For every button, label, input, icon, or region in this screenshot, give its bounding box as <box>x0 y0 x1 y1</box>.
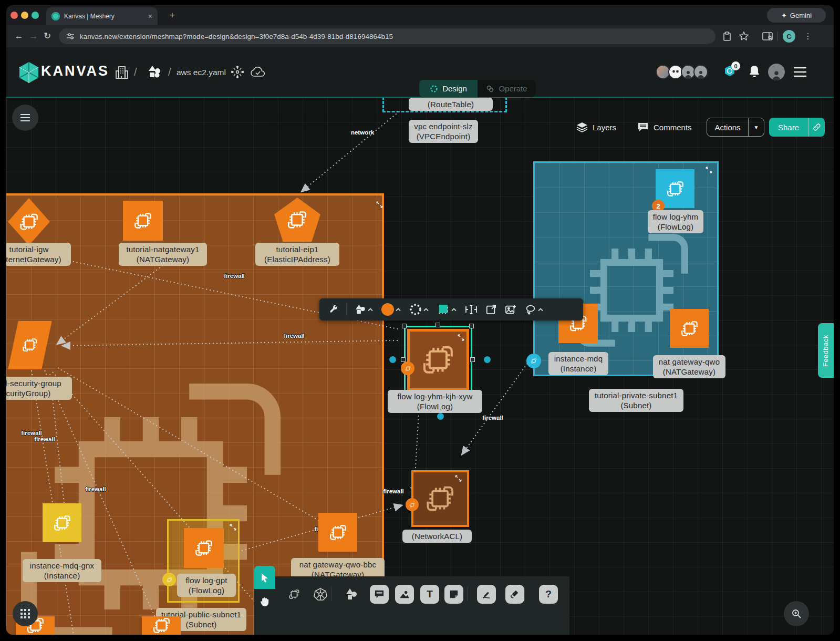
tool-freehand-draw[interactable] <box>505 585 524 604</box>
edge-firewall-5[interactable] <box>45 370 163 635</box>
browser-tab[interactable]: Kanvas | Meshery × <box>46 7 158 25</box>
tool-kubernetes[interactable] <box>311 585 330 604</box>
share-button[interactable]: Share <box>769 118 808 137</box>
tab-operate[interactable]: Operate <box>478 80 536 97</box>
organization-icon[interactable] <box>115 65 129 79</box>
profile-avatar[interactable]: C <box>783 30 795 43</box>
design-canvas[interactable]: network firewall firewall firewall firew… <box>6 98 834 635</box>
selection-handle-e[interactable] <box>470 357 475 362</box>
flowlog-selected-collapse-icon[interactable] <box>457 334 465 342</box>
gemini-button[interactable]: ✦ Gemini <box>767 8 826 23</box>
tool-add-image[interactable] <box>502 304 519 315</box>
networkacl-collapse-icon[interactable] <box>454 474 462 482</box>
save-icon[interactable] <box>722 31 732 42</box>
tool-sticky-note[interactable] <box>444 585 463 604</box>
notifications-bell-icon[interactable] <box>748 65 761 79</box>
tool-text[interactable]: T <box>420 585 439 604</box>
tool-border-style[interactable] <box>407 303 431 316</box>
tool-shape-color[interactable] <box>434 303 459 316</box>
site-settings-icon[interactable] <box>66 32 75 40</box>
tool-group[interactable] <box>522 304 546 315</box>
tool-edge-pen[interactable] <box>477 585 496 604</box>
breadcrumb-file-name[interactable]: aws ec2.yaml <box>177 68 226 77</box>
edge-firewall-3[interactable] <box>58 265 163 344</box>
selection-handle-n[interactable] <box>435 323 440 327</box>
feedback-tab[interactable]: Feedback <box>818 323 834 378</box>
tool-open-source[interactable] <box>483 304 499 315</box>
traffic-zoom-button[interactable] <box>32 12 39 19</box>
flowlog-selected-badge[interactable] <box>401 361 414 375</box>
node-label-networkacl[interactable]: (NetworkACL) <box>402 530 472 543</box>
browser-menu-icon[interactable]: ⋮ <box>802 30 814 43</box>
node-label-eip1[interactable]: tutorial-eip1(ElasticIPAddress) <box>255 243 339 266</box>
meshery-extension-icon[interactable] <box>231 66 244 78</box>
lasso-icon <box>525 304 536 315</box>
flowlog-gpt-collapse-icon[interactable] <box>229 523 237 531</box>
node-label-natgateway1[interactable]: tutorial-natgateway1(NATGateway) <box>119 243 207 266</box>
node-label-instance-gnx[interactable]: instance-mdq-gnx(Instance) <box>23 559 101 582</box>
tab-design[interactable]: Design <box>419 80 478 97</box>
edge-firewall-4[interactable] <box>32 370 74 635</box>
tool-draw-shapes[interactable] <box>343 585 361 604</box>
tool-select[interactable] <box>254 566 275 589</box>
edge-firewall-2[interactable] <box>63 340 398 346</box>
instance-mdq-badge[interactable] <box>526 354 541 368</box>
url-bar[interactable]: kanvas.new/extension/meshmap?mode=design… <box>59 28 715 44</box>
node-natgateway1[interactable] <box>123 201 163 241</box>
networkacl-badge[interactable] <box>406 498 419 511</box>
actions-dropdown-button[interactable]: ▼ <box>748 118 764 136</box>
reload-button[interactable]: ↻ <box>41 30 54 43</box>
back-button[interactable]: ← <box>13 30 25 43</box>
node-natgateway-bbc[interactable] <box>318 513 357 552</box>
node-flowlog-gpt[interactable] <box>184 528 224 568</box>
node-instance-gnx[interactable] <box>43 503 81 542</box>
node-partial-bottom-2[interactable] <box>142 616 181 635</box>
user-avatar[interactable] <box>768 64 785 80</box>
node-label-private-subnet[interactable]: tutorial-private-subnet1(Subnet) <box>589 389 683 412</box>
flowlog-gpt-badge[interactable] <box>162 573 176 586</box>
tab-close-icon[interactable]: × <box>148 12 152 20</box>
canvas-menu-button[interactable] <box>12 105 38 131</box>
selection-handle-w[interactable] <box>401 357 406 362</box>
tool-components[interactable] <box>285 585 304 604</box>
bookmark-star-icon[interactable] <box>739 31 749 42</box>
designs-icon[interactable] <box>147 65 163 79</box>
selection-handle-nw[interactable] <box>402 324 407 328</box>
apps-grid-button[interactable] <box>13 601 38 626</box>
tool-configure[interactable] <box>326 305 341 315</box>
node-label-igw[interactable]: tutorial-igw(InternetGateway) <box>6 243 71 266</box>
selection-handle-ne[interactable] <box>469 324 474 328</box>
comments-button[interactable]: Comments <box>637 122 692 132</box>
share-link-button[interactable] <box>808 118 825 137</box>
traffic-minimize-button[interactable] <box>21 12 28 19</box>
zoom-button[interactable] <box>784 601 809 626</box>
node-label-natgateway-qwo[interactable]: nat gateway-qwo(NATGateway) <box>653 355 725 378</box>
node-natgateway-qwo[interactable] <box>670 309 709 348</box>
node-label-instance-mdq[interactable]: instance-mdq(Instance) <box>548 352 608 375</box>
tool-comment[interactable] <box>370 585 389 604</box>
tool-rename[interactable] <box>462 304 480 315</box>
edge-network[interactable] <box>302 111 399 191</box>
node-label-routetable[interactable]: (RouteTable) <box>409 98 493 111</box>
tool-fill-color[interactable] <box>379 303 403 316</box>
tool-pan[interactable] <box>254 590 275 612</box>
layers-button[interactable]: Layers <box>576 122 616 132</box>
forward-button[interactable]: → <box>27 30 40 43</box>
node-label-security-group[interactable]: tutorial-security-group(SecurityGroup) <box>6 377 72 400</box>
node-label-flowlog-yhm[interactable]: flow log-yhm(FlowLog) <box>648 210 703 233</box>
edge-firewall-7[interactable] <box>58 368 336 531</box>
traffic-close-button[interactable] <box>11 12 18 19</box>
tool-media[interactable] <box>395 585 414 604</box>
new-tab-button[interactable]: + <box>167 9 178 21</box>
collaborator-avatar-4[interactable] <box>693 65 708 79</box>
tool-help[interactable]: ? <box>539 585 558 604</box>
node-label-vpcendpoint[interactable]: vpc endpoint-slz(VPCEndpoint) <box>409 120 478 143</box>
app-menu-icon[interactable] <box>793 66 807 78</box>
actions-button[interactable]: Actions <box>707 118 748 136</box>
node-label-flowlog-gpt[interactable]: flow log-gpt(FlowLog) <box>177 574 236 597</box>
tool-shapes[interactable] <box>352 304 376 315</box>
kanvas-logo-icon[interactable] <box>18 61 40 84</box>
side-panel-icon[interactable] <box>762 31 773 42</box>
node-label-flowlog-selected[interactable]: flow log-yhm-kjh-xyw(FlowLog) <box>388 390 482 413</box>
design-chat-button[interactable]: 0 <box>723 65 739 79</box>
